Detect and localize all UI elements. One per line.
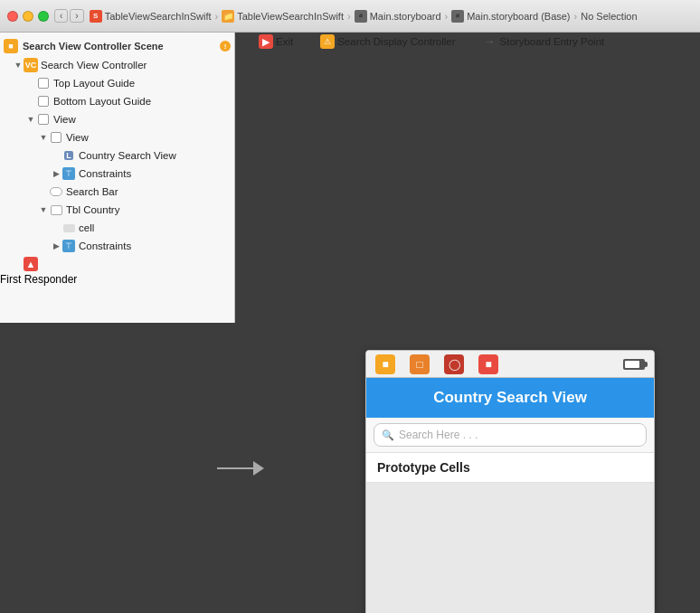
folder-icon: 📁: [222, 10, 234, 23]
expand-arrow-c1[interactable]: ▶: [51, 169, 61, 178]
sidebar-item-search-view-controller[interactable]: ▼ VC Search View Controller: [0, 56, 234, 74]
sidebar-label-sdc: Search Display Controller: [337, 36, 455, 47]
nav-buttons: ‹ ›: [54, 9, 84, 23]
sidebar-label-blg: Bottom Layout Guide: [53, 96, 151, 107]
sidebar-label-sep: Storyboard Entry Point: [500, 36, 605, 47]
view-icon-inner: [49, 130, 63, 145]
phone-mockup: ■ □ ◯ ■ Country Search View 🔍 Search Her…: [365, 350, 655, 613]
search-inner[interactable]: 🔍 Search Here . . .: [374, 423, 647, 447]
window-controls: [7, 11, 49, 22]
storyboard-icon: ◾: [355, 10, 367, 23]
sidebar-label-tlg: Top Layout Guide: [53, 78, 135, 89]
responder-icon: ▲: [24, 257, 38, 271]
breadcrumb-item-4[interactable]: ◾ Main.storyboard (Base): [451, 10, 570, 23]
prototype-cells-label: Prototype Cells: [377, 460, 470, 475]
main-area: ■ Search View Controller Scene ! ▼ VC Se…: [0, 33, 700, 323]
expand-arrow-vo[interactable]: ▼: [25, 115, 36, 124]
sidebar-label-tc: Tbl Country: [66, 204, 119, 215]
scene-header[interactable]: ■ Search View Controller Scene !: [0, 36, 234, 56]
sidebar-label-c2: Constraints: [79, 240, 131, 251]
breadcrumb-label-4: Main.storyboard (Base): [467, 11, 570, 22]
sdc-icon: ⚠: [320, 34, 335, 49]
breadcrumb-item-3[interactable]: ◾ Main.storyboard: [355, 10, 441, 23]
label-icon-csv: L: [61, 148, 76, 163]
canvas: ■ □ ◯ ■ Country Search View 🔍 Search Her…: [0, 323, 700, 613]
scene-warning-icon: !: [220, 41, 231, 52]
minimize-button[interactable]: [23, 11, 33, 22]
swift-file-icon: S: [90, 10, 102, 23]
breadcrumb-label-5: No Selection: [581, 11, 637, 22]
exit-icon: ▶: [259, 34, 273, 49]
sidebar-item-search-bar[interactable]: Search Bar: [0, 183, 234, 201]
storyboard-entry-arrow: [217, 461, 264, 476]
sidebar-item-top-layout-guide[interactable]: Top Layout Guide: [0, 74, 234, 92]
toolbar-icon-1[interactable]: ■: [375, 354, 395, 374]
breadcrumb-item-1[interactable]: S TableViewSearchInSwift: [90, 10, 212, 23]
storyboard-base-icon: ◾: [451, 10, 464, 23]
sidebar-item-storyboard-entry-point[interactable]: → Storyboard Entry Point: [459, 33, 609, 51]
sidebar-item-constraints-1[interactable]: ▶ ⊤ Constraints: [0, 165, 234, 183]
sidebar-label-c1: Constraints: [79, 168, 131, 179]
sidebar-item-search-display-controller[interactable]: ⚠ Search Display Controller: [297, 33, 459, 51]
mockup-navbar: Country Search View: [366, 378, 654, 418]
title-bar: ‹ › S TableViewSearchInSwift › 📁 TableVi…: [0, 0, 700, 33]
forward-button[interactable]: ›: [70, 9, 83, 23]
view-icon-tlg: [36, 76, 51, 90]
prototype-cells-header: Prototype Cells: [366, 453, 654, 483]
sep-4: ›: [574, 11, 578, 22]
breadcrumb-label-1: TableViewSearchInSwift: [105, 11, 212, 22]
breadcrumb-label-2: TableViewSearchInSwift: [237, 11, 344, 22]
toolbar-icon-3[interactable]: ◯: [444, 354, 464, 374]
table-view-content: Table View Prototype Content: [366, 483, 654, 613]
view-icon-outer: [36, 112, 51, 127]
expand-arrow[interactable]: ▼: [13, 61, 24, 70]
sidebar-item-first-responder[interactable]: ▲: [0, 255, 234, 273]
search-placeholder: Search Here . . .: [399, 429, 478, 441]
sidebar-item-view-outer[interactable]: ▼ View: [0, 110, 234, 128]
breadcrumb-item-2[interactable]: 📁 TableViewSearchInSwift: [222, 10, 344, 23]
navbar-title: Country Search View: [433, 389, 587, 407]
sidebar-label-view-outer: View: [53, 114, 76, 125]
cell-icon: [61, 221, 76, 235]
sidebar-label-exit: Exit: [276, 36, 293, 47]
searchbar-icon: [49, 184, 63, 199]
sidebar-item-tbl-country[interactable]: ▼ Tbl Country: [0, 201, 234, 219]
vc-icon: VC: [24, 58, 38, 72]
breadcrumb: S TableViewSearchInSwift › 📁 TableViewSe…: [90, 10, 693, 23]
sidebar-label-view-inner: View: [66, 132, 89, 143]
arrow-line: [217, 467, 253, 469]
close-button[interactable]: [7, 11, 18, 22]
toolbar-icon-2[interactable]: □: [410, 354, 430, 374]
constraints-icon-2: ⊤: [61, 239, 76, 253]
sidebar-item-constraints-2[interactable]: ▶ ⊤ Constraints: [0, 237, 234, 255]
scene-header-icon: ■: [4, 39, 18, 53]
constraints-icon-1: ⊤: [61, 166, 76, 181]
entry-icon: →: [483, 34, 497, 49]
sidebar-label-svc: Search View Controller: [41, 60, 147, 71]
sidebar-item-cell[interactable]: cell: [0, 219, 234, 237]
mockup-toolbar: ■ □ ◯ ■: [366, 351, 654, 378]
arrow-head: [253, 461, 264, 476]
sep-2: ›: [347, 11, 351, 22]
maximize-button[interactable]: [38, 11, 49, 22]
sep-1: ›: [215, 11, 219, 22]
scene-header-label: Search View Controller Scene: [23, 41, 164, 52]
sidebar-item-view-inner[interactable]: ▼ View: [0, 128, 234, 146]
back-button[interactable]: ‹: [54, 9, 68, 23]
tableview-icon: [49, 203, 63, 217]
sidebar-item-exit[interactable]: ▶ Exit: [235, 33, 297, 51]
toolbar-icon-4[interactable]: ■: [478, 354, 498, 374]
battery-tip: [645, 362, 648, 367]
sidebar-item-country-search-view[interactable]: L Country Search View: [0, 146, 234, 165]
expand-arrow-c2[interactable]: ▶: [51, 241, 61, 250]
mockup-searchbar[interactable]: 🔍 Search Here . . .: [366, 418, 654, 453]
expand-arrow-vi[interactable]: ▼: [38, 133, 49, 142]
sidebar-label-fr: First Responder: [0, 273, 77, 286]
expand-arrow-tc[interactable]: ▼: [38, 205, 49, 214]
sidebar-item-bottom-layout-guide[interactable]: Bottom Layout Guide: [0, 92, 234, 110]
breadcrumb-item-5: No Selection: [581, 11, 637, 22]
view-icon-blg: [36, 94, 51, 108]
sep-3: ›: [445, 11, 449, 22]
sidebar-label-csv: Country Search View: [79, 150, 176, 161]
sidebar: ■ Search View Controller Scene ! ▼ VC Se…: [0, 33, 235, 323]
